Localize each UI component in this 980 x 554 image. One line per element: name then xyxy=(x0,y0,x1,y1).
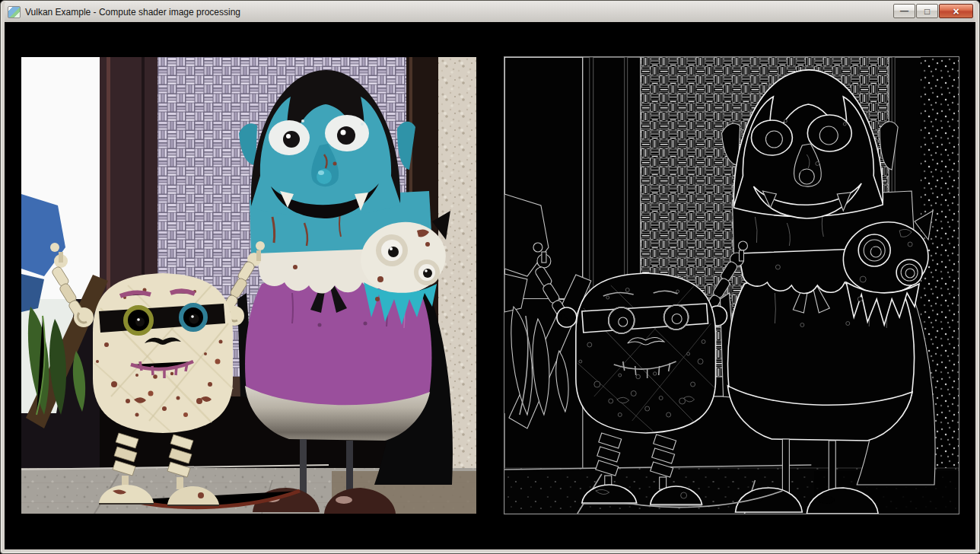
client-area xyxy=(5,22,975,549)
title-bar[interactable]: Vulkan Example - Compute shader image pr… xyxy=(5,1,975,22)
window-controls: — □ × xyxy=(892,2,973,18)
close-icon: × xyxy=(953,6,959,17)
edge-detected-image-panel xyxy=(504,57,959,514)
minimize-button[interactable]: — xyxy=(893,4,915,18)
original-image-panel xyxy=(21,57,476,514)
window-title: Vulkan Example - Compute shader image pr… xyxy=(25,7,240,18)
minimize-icon: — xyxy=(900,7,908,15)
close-button[interactable]: × xyxy=(939,4,973,18)
maximize-icon: □ xyxy=(924,7,930,16)
maximize-button[interactable]: □ xyxy=(916,4,938,18)
app-window: Vulkan Example - Compute shader image pr… xyxy=(0,0,980,554)
app-icon[interactable] xyxy=(8,6,21,18)
